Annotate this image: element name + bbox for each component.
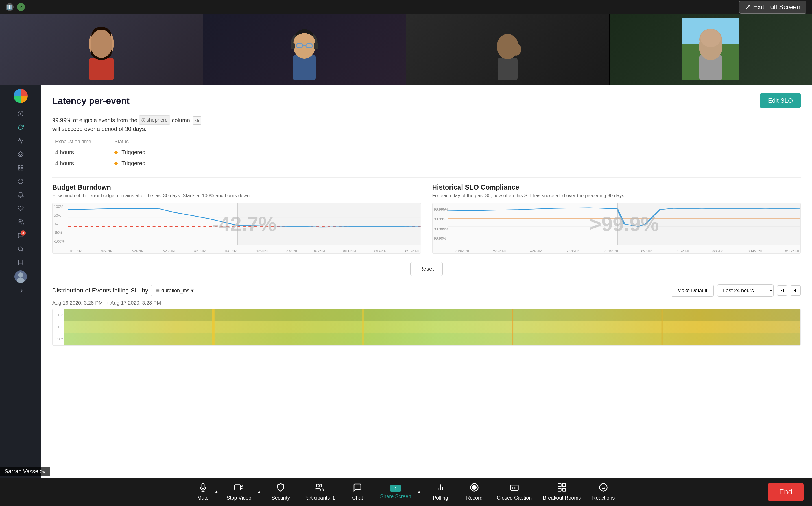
record-label: Record: [466, 495, 482, 501]
participants-icon: [315, 483, 324, 493]
next-nav-button[interactable]: ⏭: [791, 285, 801, 296]
breakout-rooms-button[interactable]: Breakout Rooms: [537, 478, 587, 506]
share-screen-button[interactable]: ↑ Share Screen: [375, 478, 416, 506]
compliance-y-axis: 99.995% 99.99% 99.985% 99.98%: [432, 203, 448, 245]
security-icon: [276, 483, 285, 493]
svg-rect-26: [21, 168, 22, 170]
record-button[interactable]: Record: [457, 478, 491, 506]
slo-description: 99.99% of eligible events from the sheph…: [52, 115, 801, 133]
end-button[interactable]: End: [768, 483, 804, 502]
fullscreen-icon: ⤢: [745, 3, 751, 11]
svg-point-22: [20, 113, 21, 114]
exit-fullscreen-button[interactable]: ⤢ Exit Full Screen: [739, 1, 806, 13]
sidebar-icon-cube[interactable]: [15, 149, 26, 160]
compliance-chart-inner: >99.9%: [448, 203, 801, 245]
sidebar-icon-book[interactable]: [15, 257, 26, 268]
video-caret[interactable]: ▲: [256, 478, 264, 506]
sidebar-icon-chat[interactable]: 3: [15, 230, 26, 241]
top-bar: ℹ️ ✓ ⤢ Exit Full Screen: [0, 0, 812, 14]
sidebar-icon-bell[interactable]: [15, 189, 26, 200]
heatmap-arrow: ⤳: [799, 322, 801, 332]
make-default-button[interactable]: Make Default: [671, 284, 714, 297]
page-title-row: Latency per-event Edit SLO: [52, 93, 801, 108]
svg-rect-1: [89, 58, 114, 80]
reactions-button[interactable]: Reactions: [587, 478, 620, 506]
mute-caret[interactable]: ▲: [213, 478, 221, 506]
microphone-icon: [199, 483, 207, 493]
sidebar-icon-chart[interactable]: [15, 135, 26, 146]
participants-button[interactable]: Participants 1: [297, 478, 340, 506]
status-header: Exhaustion time Status: [52, 139, 801, 145]
svg-rect-73: [563, 484, 566, 487]
sidebar-icon-home[interactable]: [15, 108, 26, 119]
svg-point-20: [700, 29, 721, 47]
sidebar-icon-refresh[interactable]: [15, 121, 26, 133]
security-button[interactable]: Security: [264, 478, 297, 506]
polling-label: Polling: [433, 495, 448, 501]
svg-line-30: [22, 250, 23, 251]
svg-rect-54: [64, 321, 801, 333]
chat-label: Chat: [352, 495, 363, 501]
breakout-rooms-label: Breakout Rooms: [543, 495, 581, 501]
svg-rect-8: [314, 43, 318, 49]
check-icon[interactable]: ✓: [17, 3, 25, 11]
sidebar-icon-arrow[interactable]: [15, 285, 26, 297]
svg-rect-55: [64, 333, 801, 345]
svg-point-32: [17, 278, 24, 283]
budget-burndown-section: Budget Burndown How much of the error bu…: [52, 183, 421, 254]
svg-point-28: [19, 220, 21, 222]
svg-rect-50: [156, 290, 159, 291]
svg-point-29: [18, 247, 22, 251]
reactions-icon: [599, 483, 608, 493]
reset-btn-row: Reset: [52, 262, 801, 276]
polling-button[interactable]: Polling: [423, 478, 457, 506]
svg-rect-75: [563, 488, 566, 491]
sidebar-icon-handshake[interactable]: [15, 203, 26, 214]
mute-button[interactable]: Mute: [192, 478, 213, 506]
historical-compliance-section: Historical SLO Compliance For each day o…: [432, 183, 801, 254]
distribution-section: Distribution of Events failing SLI by du…: [52, 284, 801, 345]
svg-rect-27: [18, 168, 20, 170]
historical-compliance-desc: For each day of the past 30, how often t…: [432, 193, 801, 198]
svg-rect-63: [235, 485, 241, 490]
duration-ms-dropdown[interactable]: duration_ms ▾: [151, 285, 199, 296]
closed-caption-icon: CC: [510, 483, 519, 493]
historical-compliance-title: Historical SLO Compliance: [432, 183, 801, 191]
svg-rect-49: [156, 290, 159, 290]
budget-chart-inner: -42.7%: [68, 203, 421, 245]
security-label: Security: [272, 495, 290, 501]
share-screen-caret[interactable]: ▲: [416, 478, 423, 506]
heatmap-visual: ⤳: [64, 309, 801, 345]
prev-nav-button[interactable]: ⏮: [777, 285, 787, 296]
app-logo[interactable]: [13, 89, 28, 103]
sidebar: 3: [0, 85, 41, 478]
sidebar-icon-search[interactable]: [15, 243, 26, 255]
stop-video-button[interactable]: Stop Video: [221, 478, 256, 506]
section-divider: [52, 177, 801, 178]
svg-point-31: [18, 272, 23, 277]
info-icon[interactable]: ℹ️: [6, 3, 13, 11]
page-title: Latency per-event: [52, 96, 130, 106]
video-camera-icon: [234, 483, 244, 493]
person-video-4: [610, 14, 812, 85]
chat-button[interactable]: Chat: [340, 478, 375, 506]
sli-tag: sli: [193, 116, 201, 125]
svg-rect-9: [296, 44, 303, 48]
reset-button[interactable]: Reset: [410, 262, 443, 276]
time-range-select[interactable]: Last 24 hours: [717, 284, 773, 297]
top-bar-left: ℹ️ ✓: [6, 3, 25, 11]
svg-rect-25: [21, 166, 22, 167]
sidebar-icon-people[interactable]: [15, 216, 26, 228]
sidebar-icon-avatar[interactable]: [14, 270, 27, 283]
content-inner: Latency per-event Edit SLO 99.99% of eli…: [41, 85, 812, 478]
sidebar-icon-history[interactable]: [15, 176, 26, 187]
closed-caption-button[interactable]: CC Closed Caption: [491, 478, 537, 506]
svg-rect-53: [64, 309, 801, 321]
polling-icon: [436, 483, 445, 493]
status-row-2: 4 hours Triggered: [52, 158, 801, 169]
video-cell-1: [0, 14, 203, 85]
edit-slo-button[interactable]: Edit SLO: [760, 93, 801, 108]
sidebar-icon-grid[interactable]: [15, 162, 26, 173]
shepherd-tag[interactable]: shepherd: [139, 115, 170, 125]
budget-burndown-desc: How much of the error budget remains aft…: [52, 193, 421, 198]
